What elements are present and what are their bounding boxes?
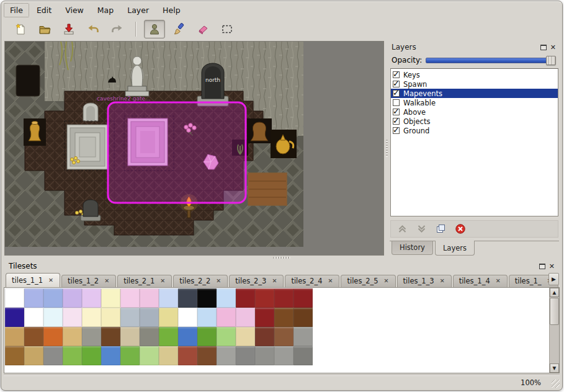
palette-tile[interactable] bbox=[255, 346, 274, 365]
palette-tile[interactable] bbox=[101, 346, 120, 365]
palette-tile[interactable] bbox=[82, 308, 101, 327]
palette-tile[interactable] bbox=[178, 327, 197, 346]
palette-tile[interactable] bbox=[24, 346, 43, 365]
tileset-tab-tiles_1_1[interactable]: tiles_1_1 bbox=[6, 273, 60, 288]
menu-layer[interactable]: Layer bbox=[121, 3, 155, 17]
palette-tile[interactable] bbox=[217, 346, 236, 365]
layer-visibility-checkbox[interactable] bbox=[393, 99, 400, 106]
palette-tile[interactable] bbox=[293, 327, 313, 346]
palette-tile[interactable] bbox=[101, 288, 120, 308]
palette-tile[interactable] bbox=[5, 346, 24, 365]
tab-close-icon[interactable] bbox=[48, 277, 54, 283]
layer-visibility-checkbox[interactable] bbox=[393, 118, 400, 125]
tab-close-icon[interactable] bbox=[159, 278, 166, 284]
layer-row-walkable[interactable]: Walkable bbox=[391, 98, 558, 107]
palette-tile[interactable] bbox=[63, 327, 82, 346]
eraser-tool-button[interactable] bbox=[192, 20, 213, 38]
palette-tile[interactable] bbox=[101, 327, 120, 346]
layer-row-spawn[interactable]: Spawn bbox=[391, 79, 558, 89]
map-canvas[interactable]: north bbox=[5, 42, 303, 247]
new-map-button[interactable] bbox=[10, 20, 31, 38]
tileset-tab-tiles_2_3[interactable]: tiles_2_3 bbox=[229, 275, 284, 287]
palette-tile[interactable] bbox=[159, 346, 178, 365]
palette-tile[interactable] bbox=[178, 308, 197, 327]
palette-tile[interactable] bbox=[63, 288, 82, 308]
tileset-tab-tiles_1_4[interactable]: tiles_1_4 bbox=[453, 275, 508, 287]
palette-tile[interactable] bbox=[140, 288, 159, 308]
close-tilesets-icon[interactable] bbox=[549, 263, 555, 270]
tileset-tab-tiles_2_1[interactable]: tiles_2_1 bbox=[117, 275, 172, 287]
layer-visibility-checkbox[interactable] bbox=[393, 71, 400, 78]
menu-edit[interactable]: Edit bbox=[30, 3, 58, 17]
tileset-tab-tiles_2_5[interactable]: tiles_2_5 bbox=[341, 275, 395, 287]
palette-tile[interactable] bbox=[293, 288, 313, 308]
palette-tile[interactable] bbox=[159, 308, 178, 327]
palette-tile[interactable] bbox=[120, 308, 140, 327]
vertical-splitter[interactable] bbox=[384, 41, 390, 256]
palette-tile[interactable] bbox=[5, 288, 24, 308]
menu-file[interactable]: File bbox=[4, 3, 29, 17]
tileset-tab-tiles_1_2[interactable]: tiles_1_2 bbox=[61, 275, 116, 287]
palette-tile[interactable] bbox=[43, 346, 63, 365]
menu-help[interactable]: Help bbox=[156, 3, 187, 17]
tab-close-icon[interactable] bbox=[439, 278, 445, 284]
palette-tile[interactable] bbox=[217, 308, 236, 327]
palette-tile[interactable] bbox=[63, 346, 82, 365]
palette-tile[interactable] bbox=[293, 346, 313, 365]
palette-tile[interactable] bbox=[159, 327, 178, 346]
palette-tile[interactable] bbox=[274, 327, 293, 346]
tab-close-icon[interactable] bbox=[215, 278, 222, 284]
palette-tile[interactable] bbox=[236, 288, 255, 308]
palette-tile[interactable] bbox=[255, 327, 274, 346]
palette-tile[interactable] bbox=[197, 288, 217, 308]
tileset-tab-tiles_1_3[interactable]: tiles_1_3 bbox=[397, 275, 452, 287]
palette-tile[interactable] bbox=[255, 308, 274, 327]
palette-tile[interactable] bbox=[63, 308, 82, 327]
palette-tile[interactable] bbox=[140, 346, 159, 365]
scroll-up-button[interactable] bbox=[550, 288, 559, 297]
raise-layer-button[interactable] bbox=[397, 224, 408, 234]
open-map-button[interactable] bbox=[34, 20, 55, 38]
layer-row-ground[interactable]: Ground bbox=[391, 126, 558, 135]
palette-tile[interactable] bbox=[178, 346, 197, 365]
palette-tile[interactable] bbox=[236, 327, 255, 346]
palette-tile[interactable] bbox=[140, 327, 159, 346]
palette-tile[interactable] bbox=[274, 308, 293, 327]
palette-tile[interactable] bbox=[101, 308, 120, 327]
palette-tile[interactable] bbox=[178, 288, 197, 308]
palette-tile[interactable] bbox=[82, 288, 101, 308]
redo-button[interactable] bbox=[107, 20, 128, 38]
lower-layer-button[interactable] bbox=[416, 224, 427, 234]
tab-close-icon[interactable] bbox=[271, 278, 277, 284]
palette-tile[interactable] bbox=[197, 327, 217, 346]
layer-row-objects[interactable]: Objects bbox=[391, 117, 558, 126]
layer-visibility-checkbox[interactable] bbox=[393, 127, 400, 134]
palette-tile[interactable] bbox=[24, 308, 43, 327]
palette-tile[interactable] bbox=[43, 288, 63, 308]
layer-visibility-checkbox[interactable] bbox=[393, 109, 400, 115]
float-panel-icon[interactable] bbox=[540, 45, 547, 50]
palette-tile[interactable] bbox=[236, 308, 255, 327]
palette-tile[interactable] bbox=[293, 308, 313, 327]
palette-scrollbar[interactable] bbox=[549, 288, 559, 373]
opacity-slider-thumb[interactable] bbox=[546, 56, 556, 65]
resize-grip[interactable] bbox=[552, 380, 560, 388]
layer-visibility-checkbox[interactable] bbox=[393, 90, 400, 97]
menu-view[interactable]: View bbox=[59, 3, 90, 17]
menu-map[interactable]: Map bbox=[91, 3, 120, 17]
palette-tile[interactable] bbox=[120, 346, 140, 365]
palette-tile[interactable] bbox=[43, 308, 63, 327]
dock-tab-history[interactable]: History bbox=[392, 241, 433, 255]
palette-tile[interactable] bbox=[159, 288, 178, 308]
opacity-slider-track[interactable] bbox=[426, 58, 555, 63]
layer-visibility-checkbox[interactable] bbox=[393, 81, 400, 87]
palette-tile[interactable] bbox=[43, 327, 63, 346]
palette-tile[interactable] bbox=[120, 288, 140, 308]
palette-tile[interactable] bbox=[217, 288, 236, 308]
palette-tile[interactable] bbox=[236, 346, 255, 365]
select-tool-button[interactable] bbox=[217, 20, 238, 38]
palette-tile[interactable] bbox=[217, 327, 236, 346]
horizontal-splitter[interactable] bbox=[4, 256, 559, 261]
palette-tile[interactable] bbox=[5, 327, 24, 346]
float-tilesets-icon[interactable] bbox=[539, 264, 545, 269]
